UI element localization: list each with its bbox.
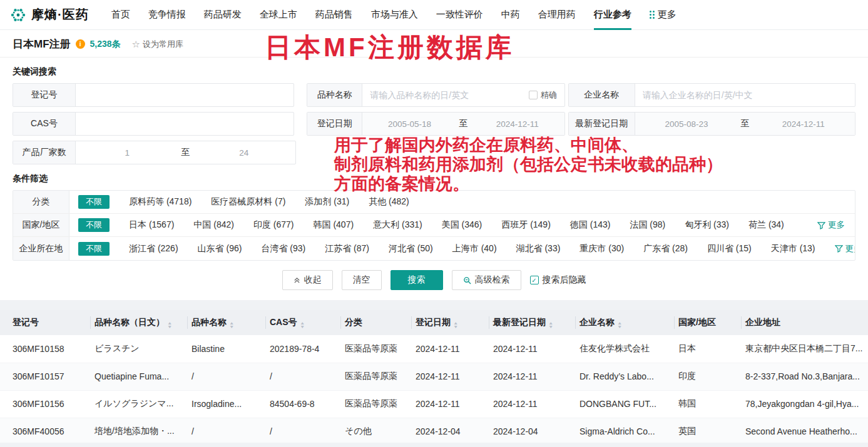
info-icon[interactable]: i [76,39,85,49]
filter-option[interactable]: 江苏省 (87) [325,243,369,254]
sort-icon[interactable]: ▲▼ [549,321,553,328]
filter-option[interactable]: 上海市 (40) [452,243,497,254]
cas-input[interactable] [76,113,294,135]
filter-option[interactable]: 添加剂 (31) [305,196,349,208]
filter-option[interactable]: 台湾省 (93) [261,243,305,254]
reg-date-range: 2005-05-18 至 2024-12-11 [362,113,564,135]
nav-item-consistency-eval[interactable]: 一致性评价 [436,0,483,30]
col-header-cas[interactable]: CAS号▲▼ [266,310,341,335]
table-row[interactable]: 306MF10157 Quetiapine Fuma... / / 医薬品等原薬… [0,363,868,390]
filter-option[interactable]: 浙江省 (226) [129,243,178,254]
nav-item-drug-sales[interactable]: 药品销售 [315,0,353,30]
col-header-category[interactable]: 分类 [341,310,412,335]
sort-icon[interactable]: ▲▼ [300,321,304,328]
filter-option[interactable]: 其他 (482) [369,196,409,208]
filter-options-category: 不限 原料药等 (4718) 医疗器械原材料 (7) 添加剂 (31) 其他 (… [69,191,855,213]
filter-option[interactable]: 广东省 (28) [643,243,688,254]
table-cell: 英国 [675,418,742,445]
table-cell: その他 [341,418,412,445]
search-button[interactable]: 搜索 [391,270,443,290]
advanced-search-button[interactable]: 高级检索 [452,270,521,290]
exact-match-checkbox[interactable]: 精确 [529,84,564,106]
keyword-search-label: 关键词搜索 [13,66,855,78]
collapse-button[interactable]: 收起 [282,270,333,290]
nav-item-tcm[interactable]: 中药 [501,0,520,30]
table-cell: Bilastine [188,335,266,363]
nav-item-competitive-intel[interactable]: 竞争情报 [148,0,186,30]
nav-item-market-access[interactable]: 市场与准入 [371,0,418,30]
filter-option[interactable]: 西班牙 (149) [501,219,551,231]
nav-more-label: 更多 [658,9,677,21]
table-cell: / [266,363,341,390]
nav-item-home[interactable]: 首页 [111,0,130,30]
filter-option[interactable]: 日本 (1567) [129,219,174,231]
manufacturer-count-to[interactable]: 24 [193,148,296,158]
nav-item-industry-reference[interactable]: 行业参考 [594,0,631,30]
nav-item-rational-use[interactable]: 合理用药 [538,0,576,30]
reg-date-to[interactable]: 2024-12-11 [471,119,564,129]
reg-no-input[interactable] [76,84,294,106]
filter-option[interactable]: 美国 (346) [442,219,483,231]
filter-row-country: 国家/地区 不限 日本 (1567) 中国 (842) 印度 (677) 韩国 … [13,214,855,237]
table-cell: 306MF40056 [0,418,91,445]
filter-option[interactable]: 原料药等 (4718) [129,196,191,208]
col-header-reg-no[interactable]: 登记号 [0,310,91,335]
filter-option[interactable]: 重庆市 (30) [580,243,624,254]
table-cell: 78,Jeyakgongdan 4-gil,Hya... [742,390,868,418]
filter-option[interactable]: 医疗器械原材料 (7) [211,196,285,208]
col-header-name-jp[interactable]: 品种名称（日文）▲▼ [91,310,188,335]
filter-unlimited-chip[interactable]: 不限 [78,218,110,232]
sort-icon[interactable]: ▲▼ [230,321,233,328]
filter-option[interactable]: 湖北省 (33) [516,243,561,254]
filter-option[interactable]: 天津市 (13) [771,243,815,254]
filter-more-button[interactable]: 更多 [817,219,846,231]
sort-icon[interactable]: ▲▼ [618,321,621,328]
table-row[interactable]: 306MF40056 培地/培地添加物・... / / その他 2024-12-… [0,418,868,445]
col-header-latest-date[interactable]: 最新登记日期▲▼ [489,310,576,335]
filter-option[interactable]: 印度 (677) [253,219,294,231]
table-row[interactable]: 306MF10158 ビラスチン Bilastine 202189-78-4 医… [0,335,868,363]
results-table-wrap: 登记号 品种名称（日文）▲▼ 品种名称▲▼ CAS号▲▼ 分类 登记日期▲▼ 最… [0,310,868,446]
company-name-input[interactable] [635,84,855,106]
filter-section-label: 条件筛选 [13,173,855,184]
logo[interactable]: 摩熵·医药 [10,6,89,23]
filter-option[interactable]: 中国 (842) [193,219,234,231]
latest-date-from[interactable]: 2005-08-23 [635,119,738,129]
sort-icon[interactable]: ▲▼ [168,321,171,328]
col-header-reg-date[interactable]: 登记日期▲▼ [412,310,489,335]
clear-button[interactable]: 清空 [342,270,382,290]
sort-icon[interactable]: ▲▼ [454,321,457,328]
col-header-country[interactable]: 国家/地区 [675,310,742,335]
filter-unlimited-chip[interactable]: 不限 [78,242,110,256]
nav-item-drug-rd[interactable]: 药品研发 [204,0,242,30]
product-name-input[interactable] [362,84,529,106]
filter-option[interactable]: 四川省 (15) [707,243,752,254]
set-favorite-button[interactable]: ☆ 设为常用库 [132,39,183,50]
col-header-name[interactable]: 品种名称▲▼ [188,310,266,335]
nav-item-global-launch[interactable]: 全球上市 [260,0,297,30]
col-header-address[interactable]: 企业地址 [742,310,868,335]
filter-option[interactable]: 荷兰 (34) [748,219,784,231]
reg-date-from[interactable]: 2005-05-18 [362,119,456,129]
table-cell: Irsogladine... [188,390,266,418]
manufacturer-count-from[interactable]: 1 [76,148,179,158]
table-row[interactable]: 306MF10156 イルソグラジンマ... Irsogladine... 84… [0,390,868,418]
filter-option[interactable]: 河北省 (50) [389,243,433,254]
table-cell: 医薬品等原薬 [341,390,412,418]
col-header-company[interactable]: 企业名称▲▼ [576,310,675,335]
filter-option[interactable]: 韩国 (407) [314,219,354,231]
filter-option[interactable]: 德国 (143) [570,219,611,231]
latest-date-field-group: 最新登记日期 2005-08-23 至 2024-12-11 [568,112,855,136]
search-panel: 关键词搜索 登记号 品种名称 精确 企业名称 CAS [0,66,868,290]
filter-more-button[interactable]: 更多 [835,243,855,254]
bottom-strip [0,443,868,447]
filter-unlimited-chip[interactable]: 不限 [78,195,110,209]
latest-date-to[interactable]: 2024-12-11 [752,119,855,129]
table-cell: 2024-12-11 [489,390,576,418]
nav-item-more[interactable]: 更多 [650,0,677,30]
filter-option[interactable]: 法国 (98) [630,219,665,231]
hide-after-search-checkbox[interactable]: ✓ 搜索后隐藏 [530,274,586,286]
filter-option[interactable]: 匈牙利 (33) [685,219,729,231]
filter-option[interactable]: 山东省 (96) [198,243,242,254]
filter-option[interactable]: 意大利 (331) [373,219,422,231]
